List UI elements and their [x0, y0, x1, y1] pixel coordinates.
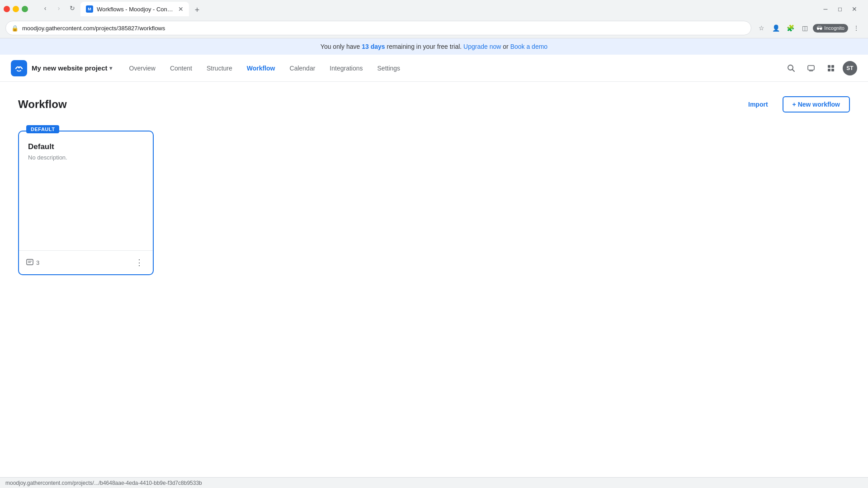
- notifications-button[interactable]: [803, 60, 819, 76]
- tab-close-button[interactable]: ✕: [178, 5, 184, 13]
- nav-overview[interactable]: Overview: [123, 61, 162, 75]
- new-workflow-button[interactable]: + New workflow: [783, 96, 850, 113]
- trial-banner: You only have 13 days remaining in your …: [0, 38, 868, 55]
- page-header: Workflow Import + New workflow: [18, 96, 850, 113]
- search-button[interactable]: [783, 60, 799, 76]
- page-content: Workflow Import + New workflow DEFAULT D…: [0, 82, 868, 290]
- browser-toolbar-icons: ☆ 👤 🧩 ◫ 🕶 Incognito ⋮: [755, 22, 863, 34]
- svg-rect-2: [828, 65, 830, 68]
- svg-rect-5: [831, 69, 834, 71]
- browser-titlebar: ‹ › ↻ M Workflows - Moodjoy - Conte... ✕…: [0, 0, 868, 18]
- card-title: Default: [28, 142, 144, 151]
- app-nav: Overview Content Structure Workflow Cale…: [123, 61, 783, 75]
- bookmark-button[interactable]: ☆: [755, 22, 768, 34]
- workflow-cards-container: DEFAULT Default No description.: [18, 131, 850, 275]
- book-demo-link[interactable]: Book a demo: [510, 43, 548, 50]
- nav-calendar[interactable]: Calendar: [283, 61, 322, 75]
- tab-favicon: M: [86, 5, 93, 13]
- project-dropdown-icon: ▾: [109, 65, 112, 71]
- browser-toolbar: 🔒 moodjoy.gathercontent.com/projects/385…: [0, 18, 868, 38]
- card-count: 3: [26, 258, 39, 267]
- incognito-label: Incognito: [824, 25, 844, 31]
- app-header: My new website project ▾ Overview Conten…: [0, 55, 868, 82]
- nav-workflow[interactable]: Workflow: [241, 61, 282, 75]
- page-title: Workflow: [18, 98, 67, 111]
- nav-content[interactable]: Content: [164, 61, 198, 75]
- logo-icon: [11, 60, 27, 76]
- trial-text-after: remaining in your free trial.: [385, 43, 462, 50]
- sidebar-button[interactable]: ◫: [798, 22, 811, 34]
- trial-days: 13 days: [362, 43, 385, 50]
- active-browser-tab[interactable]: M Workflows - Moodjoy - Conte... ✕: [80, 2, 189, 16]
- window-close-button[interactable]: [4, 6, 10, 12]
- incognito-badge: 🕶 Incognito: [813, 24, 848, 33]
- grid-button[interactable]: [823, 60, 839, 76]
- address-bar[interactable]: 🔒 moodjoy.gathercontent.com/projects/385…: [5, 21, 751, 35]
- svg-rect-4: [828, 69, 830, 71]
- extensions-button[interactable]: 🧩: [784, 22, 797, 34]
- upgrade-link[interactable]: Upgrade now: [463, 43, 501, 50]
- trial-or: or: [501, 43, 510, 50]
- reload-button[interactable]: ↻: [66, 2, 79, 14]
- nav-settings[interactable]: Settings: [371, 61, 407, 75]
- back-button[interactable]: ‹: [39, 2, 52, 14]
- window-minimize-button[interactable]: [13, 6, 19, 12]
- new-tab-button[interactable]: +: [191, 4, 203, 16]
- card-menu-button[interactable]: ⋮: [133, 256, 146, 269]
- avatar[interactable]: ST: [843, 61, 857, 75]
- card-count-value: 3: [36, 259, 39, 266]
- browser-chrome: ‹ › ↻ M Workflows - Moodjoy - Conte... ✕…: [0, 0, 868, 38]
- project-name[interactable]: My new website project ▾: [32, 64, 112, 72]
- window-x-btn[interactable]: ✕: [848, 3, 861, 15]
- import-button[interactable]: Import: [739, 97, 777, 112]
- logo-container[interactable]: My new website project ▾: [11, 60, 112, 76]
- svg-rect-1: [808, 66, 814, 70]
- header-actions: ST: [783, 60, 857, 76]
- svg-point-0: [788, 65, 793, 70]
- page-actions: Import + New workflow: [739, 96, 850, 113]
- nav-structure[interactable]: Structure: [200, 61, 239, 75]
- tab-title: Workflows - Moodjoy - Conte...: [97, 6, 175, 13]
- app-container: You only have 13 days remaining in your …: [0, 38, 868, 474]
- window-maximize-button[interactable]: [22, 6, 28, 12]
- workflow-card[interactable]: DEFAULT Default No description.: [18, 131, 154, 275]
- card-body: Default No description.: [19, 131, 153, 250]
- profile-button[interactable]: 👤: [769, 22, 782, 34]
- address-text: moodjoy.gathercontent.com/projects/38582…: [22, 25, 745, 32]
- svg-rect-6: [27, 259, 33, 265]
- window-min-btn[interactable]: –: [819, 3, 832, 15]
- card-count-icon: [26, 258, 33, 267]
- card-footer: 3 ⋮: [19, 250, 153, 274]
- forward-button[interactable]: ›: [52, 2, 65, 14]
- card-default-badge: DEFAULT: [26, 125, 59, 133]
- window-restore-btn[interactable]: ◻: [834, 3, 846, 15]
- card-description: No description.: [28, 154, 144, 161]
- svg-rect-3: [831, 65, 834, 68]
- nav-integrations[interactable]: Integrations: [323, 61, 369, 75]
- trial-text-before: You only have: [321, 43, 362, 50]
- more-button[interactable]: ⋮: [850, 22, 863, 34]
